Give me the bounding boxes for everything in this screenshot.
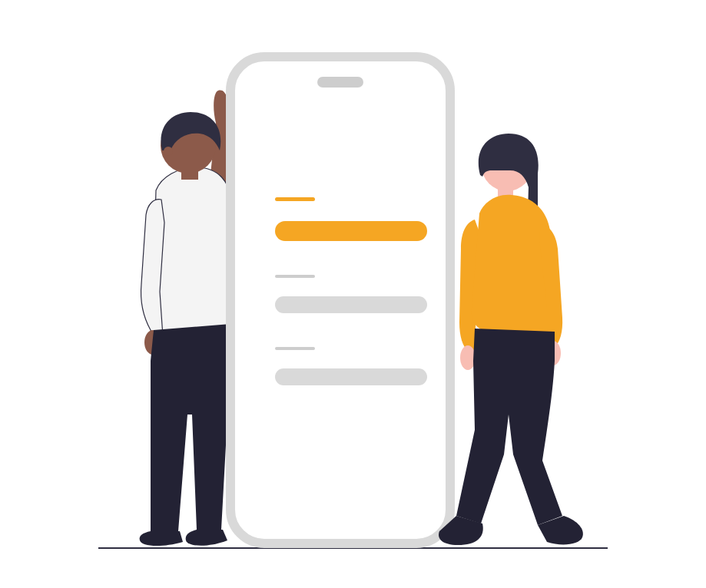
person-left-ear — [164, 147, 173, 156]
person-left-pants — [151, 324, 230, 531]
phone-notch — [317, 77, 363, 88]
phone-bar-2[interactable] — [275, 368, 427, 385]
phone-bar-1[interactable] — [275, 296, 427, 313]
person-left — [140, 91, 232, 547]
phone-label-2 — [275, 347, 315, 350]
person-left-shoe-right — [186, 530, 227, 546]
phone-label-1 — [275, 275, 315, 278]
phone-heading-line — [275, 197, 315, 201]
person-left-front-arm — [141, 200, 165, 338]
person-right-hand-left — [460, 345, 476, 370]
illustration-root — [0, 0, 706, 588]
phone-mockup — [230, 57, 450, 543]
phone-primary-button[interactable] — [275, 221, 427, 241]
person-left-neck — [181, 166, 198, 180]
person-left-shirt — [152, 167, 232, 341]
person-left-shoe-left — [140, 531, 183, 546]
person-right — [439, 134, 583, 545]
